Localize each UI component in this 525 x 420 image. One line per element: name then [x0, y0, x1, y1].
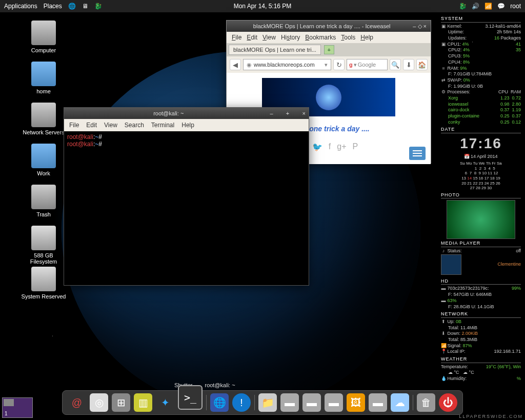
- menu-history[interactable]: History: [281, 34, 300, 41]
- facebook-icon[interactable]: f: [329, 142, 331, 152]
- album-art: [441, 254, 461, 275]
- url-text: www.blackmoreops.com: [254, 62, 315, 68]
- menu-bookmarks[interactable]: Bookmarks: [305, 34, 336, 41]
- dock-pictures[interactable]: 🖼: [347, 393, 365, 412]
- maximize-icon[interactable]: ◇: [418, 23, 422, 29]
- menu-edit[interactable]: Edit: [247, 34, 257, 41]
- dock-calculator[interactable]: ⊞: [112, 393, 130, 412]
- clock[interactable]: Mon Apr 14, 5:16 PM: [234, 3, 292, 10]
- dock-armitage[interactable]: ◎: [90, 393, 108, 412]
- maximize-icon[interactable]: +: [286, 110, 289, 117]
- close-icon[interactable]: ×: [423, 23, 427, 29]
- menu-view[interactable]: View: [104, 122, 117, 129]
- window-title: blackMORE Ops | Learn one trick a day ..…: [231, 23, 413, 29]
- dock-files[interactable]: 📁: [258, 393, 277, 412]
- network-header: NETWORK: [441, 311, 521, 318]
- media-header: MEDIA PLAYER: [441, 241, 521, 247]
- watermark: LLPAPERSWIDE.COM: [459, 414, 523, 419]
- label: 588 GB Filesystem: [21, 252, 67, 265]
- dock-power[interactable]: ⏻: [439, 393, 457, 412]
- dock-drive3[interactable]: ▬: [325, 393, 343, 412]
- dock-drive1[interactable]: ▬: [280, 393, 299, 412]
- close-icon[interactable]: ×: [302, 110, 306, 117]
- app-launcher-2[interactable]: 🖥: [82, 3, 88, 10]
- dock-drive2[interactable]: ▬: [302, 393, 321, 412]
- menu-search[interactable]: Search: [125, 122, 144, 129]
- terminal-window: root@kali: ~ – + × File Edit View Search…: [64, 107, 309, 286]
- search-placeholder: Google: [358, 62, 376, 68]
- photo-thumb: [447, 200, 515, 239]
- menu-view[interactable]: View: [262, 34, 276, 41]
- dock: @ ◎ ⊞ ▥ ✦ >_ 🌐 ! 📁 ▬ ▬ ▬ 🖼 ▬ ☁ 🗑 ⏻: [62, 390, 463, 415]
- chat-icon[interactable]: 💬: [497, 3, 505, 10]
- dock-drive4[interactable]: ▬: [369, 393, 387, 412]
- desktop-filesystem[interactable]: 588 GB Filesystem: [21, 226, 67, 265]
- volume-icon[interactable]: 🔊: [472, 3, 479, 10]
- tooltip-terminal: root@kali: ~: [205, 382, 235, 388]
- search-bar[interactable]: g▾Google: [347, 59, 388, 70]
- desktop-work[interactable]: Work: [21, 144, 67, 176]
- dock-info[interactable]: !: [232, 393, 251, 412]
- back-button[interactable]: ◀: [230, 59, 241, 70]
- workspace-switcher[interactable]: 1: [2, 397, 33, 418]
- menu-edit[interactable]: Edit: [86, 122, 97, 129]
- dock-notes[interactable]: ▥: [134, 393, 152, 412]
- weather-header: WEATHER: [441, 356, 521, 363]
- terminal-body[interactable]: root@kali:~# root@kali:~#: [64, 131, 309, 150]
- menu-file[interactable]: File: [232, 34, 241, 41]
- terminal-titlebar[interactable]: root@kali: ~ – + ×: [64, 108, 309, 119]
- desktop-network[interactable]: Network Servers: [21, 103, 67, 135]
- date-header: DATE: [441, 127, 521, 133]
- browser-menubar: File Edit View History Bookmarks Tools H…: [227, 32, 431, 43]
- twitter-icon[interactable]: 🐦: [312, 142, 322, 152]
- browser-navbar: ◀ ◉www.blackmoreops.com▾ ↻ g▾Google 🔍 ⬇ …: [227, 56, 431, 73]
- download-button[interactable]: ⬇: [403, 59, 414, 70]
- gplus-icon[interactable]: g+: [337, 142, 346, 152]
- menu-tools[interactable]: Tools: [341, 34, 355, 41]
- network-icon[interactable]: 📶: [484, 3, 492, 10]
- menu-help[interactable]: Help: [181, 122, 194, 129]
- new-tab-button[interactable]: +: [324, 45, 334, 54]
- user-menu[interactable]: root: [510, 3, 521, 10]
- minimize-icon[interactable]: –: [270, 110, 273, 117]
- photo-header: PHOTO: [441, 192, 521, 199]
- desktop-computer[interactable]: Computer: [21, 21, 67, 53]
- hamburger-button[interactable]: [409, 147, 426, 160]
- menu-help[interactable]: Help: [360, 34, 373, 41]
- label: Work: [21, 170, 67, 176]
- dock-shutter[interactable]: ✦: [156, 393, 174, 412]
- terminal-menubar: File Edit View Search Terminal Help: [64, 119, 309, 131]
- reload-button[interactable]: ↻: [333, 59, 345, 70]
- google-icon: g: [349, 62, 353, 68]
- label: home: [21, 88, 67, 94]
- desktop-trash[interactable]: Trash: [21, 185, 67, 217]
- search-button[interactable]: 🔍: [390, 59, 401, 70]
- label: Trash: [21, 211, 67, 217]
- menu-file[interactable]: File: [69, 122, 79, 129]
- dock-weather[interactable]: ☁: [391, 393, 409, 412]
- label: Computer: [21, 47, 67, 53]
- home-button[interactable]: 🏠: [416, 59, 428, 70]
- menu-terminal[interactable]: Terminal: [151, 122, 174, 129]
- window-title: root@kali: ~: [153, 110, 184, 116]
- places-menu[interactable]: Places: [44, 3, 62, 10]
- dock-iceweasel[interactable]: 🌐: [210, 393, 229, 412]
- browser-tabbar: blackMORE Ops | Learn one tri... +: [227, 43, 431, 56]
- desktop-home[interactable]: home: [21, 62, 67, 94]
- clock-time: 17:16: [441, 134, 521, 153]
- applications-menu[interactable]: Applications: [4, 3, 37, 10]
- workspace-number: 1: [5, 411, 8, 416]
- desktop-reserved[interactable]: System Reserved: [21, 267, 67, 299]
- dragon-icon[interactable]: 🐉: [459, 3, 467, 10]
- dock-debian[interactable]: @: [68, 393, 86, 412]
- kali-icon[interactable]: 🐉: [94, 3, 102, 10]
- dock-terminal[interactable]: >_: [178, 385, 203, 410]
- pinterest-icon[interactable]: P: [353, 142, 358, 152]
- dock-trash[interactable]: 🗑: [417, 393, 435, 412]
- top-panel: Applications Places 🌐 🖥 🐉 Mon Apr 14, 5:…: [0, 0, 525, 12]
- minimize-icon[interactable]: –: [413, 23, 416, 29]
- app-launcher-1[interactable]: 🌐: [68, 3, 76, 10]
- browser-titlebar[interactable]: blackMORE Ops | Learn one trick a day ..…: [227, 21, 431, 32]
- url-bar[interactable]: ◉www.blackmoreops.com▾: [243, 59, 331, 70]
- browser-tab[interactable]: blackMORE Ops | Learn one tri...: [229, 45, 321, 55]
